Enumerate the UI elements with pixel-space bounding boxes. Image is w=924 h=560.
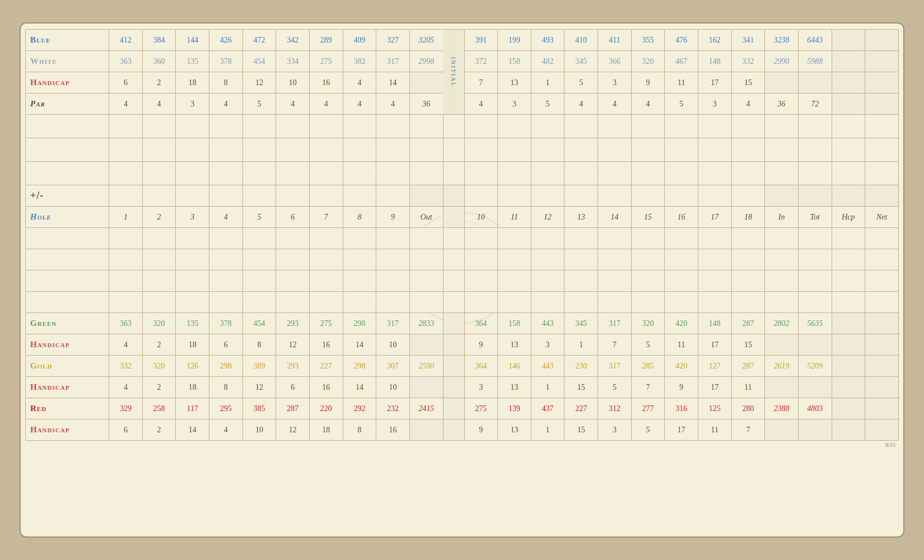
par-h17: 3: [698, 94, 732, 115]
hole-4: 4: [209, 207, 243, 228]
score-b-name-4[interactable]: [26, 292, 109, 313]
gold-h3: 126: [176, 356, 209, 377]
score-b-name-3[interactable]: [26, 270, 109, 292]
red-h6: 287: [276, 398, 310, 419]
row-gold: Gold 332 320 126 298 389 293 227 298 307…: [26, 356, 899, 377]
red-hcp-h14: 3: [598, 419, 632, 441]
hole-tot: Tot: [798, 207, 832, 228]
white-h12: 482: [531, 51, 564, 72]
white-net: [865, 51, 899, 72]
white-h18: 332: [731, 51, 765, 72]
gold-hcp-h2: 2: [142, 377, 176, 398]
hole-hcp: Hcp: [832, 207, 865, 228]
row-red: Red 329 258 117 295 385 287 220 292 232 …: [26, 398, 899, 419]
green-hcp-h6: 12: [276, 334, 310, 356]
gold-h17: 127: [698, 356, 732, 377]
green-hcp-h7: 16: [309, 334, 343, 356]
pm-label: +/-: [26, 185, 109, 207]
gold-hcp-h18: 11: [731, 377, 765, 398]
green-hcp-h5: 8: [242, 334, 276, 356]
gold-h16: 420: [665, 356, 698, 377]
red-hcp-h2: 2: [142, 419, 176, 441]
red-hcp-h9: 16: [376, 419, 410, 441]
hcp-top-h6: 10: [276, 72, 310, 94]
hole-7: 7: [309, 207, 343, 228]
hcp-top-h12: 1: [531, 72, 564, 94]
white-h2: 360: [142, 51, 176, 72]
score-b-name-1[interactable]: [26, 228, 109, 249]
score-b-name-2[interactable]: [26, 249, 109, 270]
hcp-top-h17: 17: [698, 72, 732, 94]
gold-hcp-h4: 8: [209, 377, 243, 398]
white-h10: 372: [464, 51, 498, 72]
blue-h7: 289: [309, 30, 343, 51]
hcp-top-h14: 3: [598, 72, 632, 94]
score-row-b4: [26, 292, 899, 313]
red-h14: 312: [598, 398, 632, 419]
hcp-top-h4: 8: [209, 72, 243, 94]
red-h10: 275: [464, 398, 498, 419]
red-h4: 295: [209, 398, 243, 419]
gold-hcp-h13: 15: [564, 377, 598, 398]
hole-10: 10: [464, 207, 498, 228]
green-h15: 320: [631, 313, 665, 334]
par-h7: 4: [309, 94, 343, 115]
white-h9: 317: [376, 51, 410, 72]
gold-label: Gold: [26, 356, 109, 377]
hole-out: Out: [409, 207, 443, 228]
red-hcp-h8: 8: [343, 419, 376, 441]
red-hcp-h7: 18: [309, 419, 343, 441]
score-name-2[interactable]: [26, 138, 109, 162]
score-row-1: [26, 115, 899, 138]
blue-h12: 493: [531, 30, 564, 51]
row-green: Green 363 320 135 378 454 293 275 298 31…: [26, 313, 899, 334]
gold-hcp-h3: 18: [176, 377, 209, 398]
row-gold-hcp: Handicap 4 2 18 8 12 6 16 14 10 3 13 1 1…: [26, 377, 899, 398]
initials-top[interactable]: INITIAL: [443, 30, 464, 115]
par-h11: 3: [498, 94, 531, 115]
hcp-top-h11: 13: [498, 72, 531, 94]
blue-h13: 410: [564, 30, 598, 51]
red-hcp-h15: 5: [631, 419, 665, 441]
hole-11: 11: [498, 207, 531, 228]
white-h7: 275: [309, 51, 343, 72]
hole-9: 9: [376, 207, 410, 228]
par-h2: 4: [142, 94, 176, 115]
red-hcp-h6: 12: [276, 419, 310, 441]
blue-h3: 144: [176, 30, 209, 51]
par-h1: 4: [109, 94, 143, 115]
white-label: White: [26, 51, 109, 72]
green-hcp-h17: 17: [698, 334, 732, 356]
par-h18: 4: [731, 94, 765, 115]
white-h16: 467: [665, 51, 698, 72]
red-h18: 280: [731, 398, 765, 419]
score-name-3[interactable]: [26, 162, 109, 185]
hole-16: 16: [665, 207, 698, 228]
gold-hcp-h16: 9: [665, 377, 698, 398]
row-hole: Hole 1 2 3 4 5 6 7 8 9 Out 10 11 12 13 1…: [26, 207, 899, 228]
gold-h15: 285: [631, 356, 665, 377]
red-h12: 437: [531, 398, 564, 419]
red-h3: 117: [176, 398, 209, 419]
white-in: 2990: [765, 51, 799, 72]
score-name-1[interactable]: [26, 115, 109, 138]
gold-hcp-h6: 6: [276, 377, 310, 398]
green-h18: 287: [731, 313, 765, 334]
green-hcp-h8: 14: [343, 334, 376, 356]
blue-h9: 327: [376, 30, 410, 51]
red-hcp-h12: 1: [531, 419, 564, 441]
blue-h4: 426: [209, 30, 243, 51]
blue-h5: 472: [242, 30, 276, 51]
par-h3: 3: [176, 94, 209, 115]
row-red-hcp: Handicap 6 2 14 4 10 12 18 8 16 9 13 1 1…: [26, 419, 899, 441]
hole-13: 13: [564, 207, 598, 228]
white-h4: 378: [209, 51, 243, 72]
score-1-h1[interactable]: [109, 115, 143, 138]
hole-5: 5: [242, 207, 276, 228]
red-h7: 220: [309, 398, 343, 419]
bottom-note: 8/15: [25, 441, 899, 448]
green-out: 2833: [409, 313, 443, 334]
hcp-top-out: [409, 72, 443, 94]
blue-h11: 199: [498, 30, 531, 51]
gold-hcp-h7: 16: [309, 377, 343, 398]
